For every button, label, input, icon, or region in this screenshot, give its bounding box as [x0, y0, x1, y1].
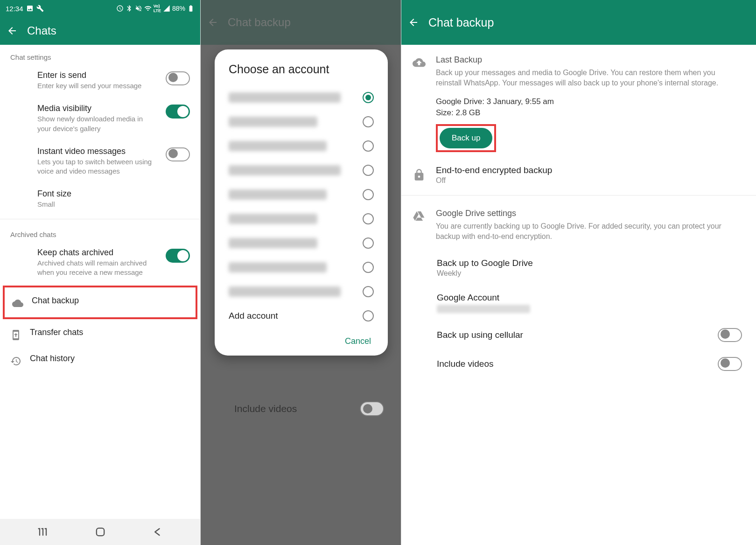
- section-archived: Archived chats: [0, 222, 200, 241]
- radio-icon[interactable]: [363, 238, 374, 249]
- account-option-2[interactable]: [225, 110, 378, 134]
- choose-account-screen: Chat backup Include videos Choose an acc…: [201, 0, 401, 545]
- account-option-1[interactable]: [225, 85, 378, 110]
- recent-apps-icon[interactable]: [36, 525, 49, 538]
- page-title: Chat backup: [428, 16, 494, 29]
- last-backup-heading: Last Backup: [436, 55, 742, 65]
- e2e-sub: Off: [436, 176, 742, 185]
- include-videos-row-bg: Include videos: [201, 401, 401, 416]
- gd-heading: Google Drive settings: [436, 209, 742, 218]
- account-option-4[interactable]: [225, 158, 378, 182]
- android-nav-bar: [0, 519, 200, 545]
- keep-archived-title: Keep chats archived: [37, 248, 157, 258]
- cellular-title: Back up using cellular: [437, 330, 718, 340]
- font-size-sub: Small: [37, 200, 190, 209]
- row-enter-is-send[interactable]: Enter is send Enter key will send your m…: [0, 64, 200, 97]
- back-icon[interactable]: [7, 25, 18, 36]
- home-icon[interactable]: [94, 525, 107, 538]
- alarm-icon: [116, 5, 124, 12]
- mute-icon: [135, 5, 142, 12]
- media-vis-title: Media visibility: [37, 104, 157, 113]
- enter-send-title: Enter is send: [37, 70, 157, 80]
- last-backup-desc: Back up your messages and media to Googl…: [436, 68, 742, 89]
- choose-account-dialog: Choose an account Add account Cancel: [215, 49, 388, 356]
- cancel-button[interactable]: Cancel: [345, 336, 371, 346]
- radio-icon[interactable]: [363, 286, 374, 297]
- back-icon[interactable]: [408, 17, 419, 28]
- page-title: Chats: [27, 24, 56, 37]
- row-media-visibility[interactable]: Media visibility Show newly downloaded m…: [0, 97, 200, 140]
- cellular-switch[interactable]: [718, 328, 742, 342]
- dialog-title: Choose an account: [225, 63, 378, 76]
- google-drive-section: Google Drive settings You are currently …: [401, 198, 756, 251]
- instant-vid-sub: Lets you tap to switch between using voi…: [37, 157, 157, 176]
- status-time: 12:34: [6, 5, 23, 13]
- account-title: Google Account: [437, 293, 742, 303]
- media-vis-switch[interactable]: [166, 105, 190, 119]
- include-videos-switch[interactable]: [718, 357, 742, 371]
- bluetooth-icon: [126, 5, 133, 12]
- drive-timestamp: Google Drive: 3 January, 9:55 am: [436, 97, 742, 106]
- row-chat-backup[interactable]: Chat backup: [3, 286, 197, 319]
- row-instant-video[interactable]: Instant video messages Lets you tap to s…: [0, 140, 200, 183]
- account-option-3[interactable]: [225, 134, 378, 158]
- enter-send-sub: Enter key will send your message: [37, 81, 157, 91]
- radio-icon[interactable]: [363, 213, 374, 224]
- include-videos-switch-bg: [360, 401, 384, 416]
- row-e2e-backup[interactable]: End-to-end encrypted backup Off: [401, 158, 756, 192]
- lock-icon: [413, 168, 426, 182]
- radio-icon[interactable]: [363, 262, 374, 273]
- account-option-6[interactable]: [225, 207, 378, 231]
- chats-settings-screen: 12:34 Vo)LTE 88% Chats Chat settings: [0, 0, 201, 545]
- backup-button[interactable]: Back up: [440, 128, 492, 148]
- add-account-label: Add account: [229, 311, 278, 321]
- row-font-size[interactable]: Font size Small: [0, 182, 200, 216]
- account-option-8[interactable]: [225, 255, 378, 279]
- android-back-icon[interactable]: [151, 525, 164, 538]
- transfer-icon: [10, 329, 21, 341]
- image-icon: [26, 5, 34, 12]
- freq-sub: Weekly: [437, 269, 742, 278]
- row-backup-frequency[interactable]: Back up to Google Drive Weekly: [401, 251, 756, 285]
- gd-desc: You are currently backing up to Google D…: [436, 221, 742, 242]
- section-chat-settings: Chat settings: [0, 45, 200, 64]
- chat-backup-label: Chat backup: [32, 296, 188, 306]
- google-drive-icon: [413, 210, 426, 223]
- cloud-icon: [12, 298, 23, 309]
- account-option-7[interactable]: [225, 231, 378, 255]
- radio-selected[interactable]: [363, 92, 374, 103]
- include-videos-title: Include videos: [437, 359, 718, 369]
- radio-icon[interactable]: [363, 165, 374, 176]
- backup-size: Size: 2.8 GB: [436, 108, 742, 118]
- row-transfer-chats[interactable]: Transfer chats: [0, 321, 200, 347]
- instant-vid-switch[interactable]: [166, 147, 190, 161]
- chat-backup-screen: Chat backup Last Backup Back up your mes…: [401, 0, 756, 545]
- account-option-5[interactable]: [225, 182, 378, 207]
- history-icon: [10, 356, 21, 367]
- row-cellular[interactable]: Back up using cellular: [401, 321, 756, 349]
- row-keep-archived[interactable]: Keep chats archived Archived chats will …: [0, 241, 200, 284]
- row-include-videos[interactable]: Include videos: [401, 349, 756, 378]
- media-vis-sub: Show newly downloaded media in your devi…: [37, 114, 157, 133]
- font-size-title: Font size: [37, 189, 190, 199]
- radio-icon[interactable]: [363, 140, 374, 152]
- include-videos-label-bg: Include videos: [234, 403, 297, 414]
- radio-icon[interactable]: [363, 310, 374, 321]
- freq-title: Back up to Google Drive: [437, 258, 742, 268]
- wifi-icon: [144, 5, 152, 12]
- add-account-row[interactable]: Add account: [225, 304, 378, 328]
- instant-vid-title: Instant video messages: [37, 147, 157, 156]
- radio-icon[interactable]: [363, 189, 374, 200]
- toolbar: Chat backup: [401, 0, 756, 45]
- row-google-account[interactable]: Google Account: [401, 285, 756, 321]
- history-label: Chat history: [30, 354, 190, 363]
- account-option-9[interactable]: [225, 279, 378, 304]
- transfer-label: Transfer chats: [30, 328, 190, 337]
- volte-icon: Vo)LTE: [154, 4, 161, 13]
- radio-icon[interactable]: [363, 116, 374, 127]
- keep-archived-switch[interactable]: [166, 249, 190, 263]
- enter-send-switch[interactable]: [166, 71, 190, 85]
- row-chat-history[interactable]: Chat history: [0, 347, 200, 373]
- keep-archived-sub: Archived chats will remain archived when…: [37, 259, 157, 278]
- last-backup-section: Last Backup Back up your messages and me…: [401, 45, 756, 158]
